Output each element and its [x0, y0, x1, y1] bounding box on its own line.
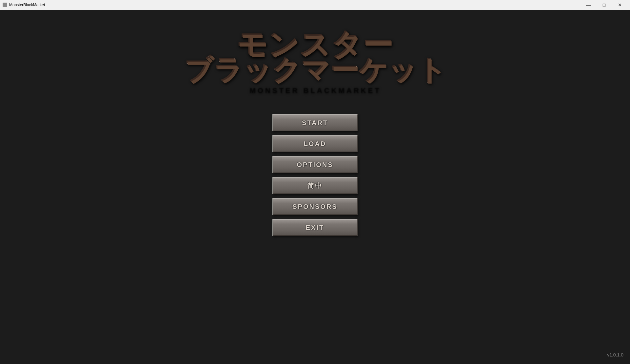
options-button[interactable]: OPTIONS: [272, 156, 358, 173]
title-bar-left: MonsterBlackMarket: [3, 3, 45, 7]
title-bar-controls: — □ ✕: [581, 0, 627, 10]
close-button[interactable]: ✕: [612, 0, 627, 10]
version-label: v1.0.1.0: [607, 352, 623, 357]
load-button[interactable]: LOAD: [272, 135, 358, 152]
language-button[interactable]: 简中: [272, 177, 358, 194]
start-button[interactable]: START: [272, 114, 358, 131]
title-bar: MonsterBlackMarket — □ ✕: [0, 0, 630, 10]
minimize-button[interactable]: —: [581, 0, 596, 10]
maximize-button[interactable]: □: [597, 0, 612, 10]
game-area: モンスター ブラックマーケット MONSTER BLACKMARKET STAR…: [0, 10, 630, 364]
app-icon: [3, 3, 7, 7]
title-logo: モンスター ブラックマーケット MONSTER BLACKMARKET: [184, 29, 446, 95]
english-subtitle: MONSTER BLACKMARKET: [184, 86, 446, 95]
sponsors-button[interactable]: SPONSORS: [272, 198, 358, 215]
japanese-title-bottom: ブラックマーケット: [184, 56, 446, 83]
exit-button[interactable]: EXIT: [272, 219, 358, 236]
menu-buttons: START LOAD OPTIONS 简中 SPONSORS EXIT: [272, 114, 358, 236]
window-title: MonsterBlackMarket: [9, 3, 45, 7]
